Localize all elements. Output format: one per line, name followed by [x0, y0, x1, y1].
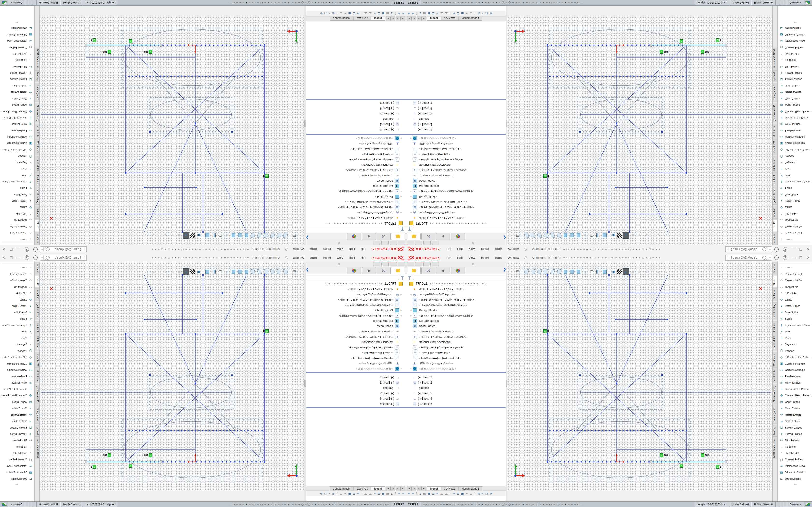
point-callout[interactable]: ⊡ 3	[716, 38, 721, 42]
tab-propertymanager[interactable]: ⎇	[421, 233, 436, 240]
view-toolbar-icon[interactable]	[263, 269, 269, 275]
mini-toolbar-button[interactable]	[415, 262, 422, 266]
graphics-area[interactable]: ▤⤓🖵▣▦⊥✎P✕A ✕ Y ≡ 109 ≡ 109 ╱	[507, 262, 772, 491]
user-account-icon[interactable]	[33, 247, 38, 251]
menu-item[interactable]: Insert	[320, 255, 334, 261]
toolbar-icon[interactable]: ┋	[474, 492, 476, 495]
status-globe-icon[interactable]	[806, 503, 811, 506]
toolbar-icon[interactable]: ≣	[432, 12, 435, 15]
toolbar-icon[interactable]: ☁	[445, 492, 448, 495]
sketch-tool-item[interactable]: ≈ Style Spline	[778, 309, 812, 316]
view-toolbar-icon[interactable]	[257, 269, 262, 275]
menu-item[interactable]: Tools	[307, 255, 320, 261]
command-tab[interactable]: Mold Tools	[773, 124, 778, 139]
toolbar-icon[interactable]: ✎	[373, 492, 376, 495]
tree-item[interactable]: ◔ ○25▲◎25ИN3Ɛ25○◦○52Ɛ3NИ52◎▲52○	[406, 200, 507, 205]
toolbar-icon[interactable]: ✎	[436, 492, 439, 495]
sketch-tool-item[interactable]: ⊏ Offset Entities	[0, 25, 34, 32]
tree-item[interactable]: A ○25ИN◎◦✚A✚◎ИNA○◦○ANИ◎✚A✚◦◎NИ52○	[406, 313, 507, 318]
toolbar-icon[interactable]: ⚑	[465, 492, 468, 495]
tab-scroll-button[interactable]: ▸	[391, 486, 395, 490]
view-toolbar-icon[interactable]	[576, 269, 581, 275]
view-toolbar-icon[interactable]	[190, 269, 195, 274]
expand-arrow-icon[interactable]	[399, 212, 403, 214]
expand-arrow-icon[interactable]	[399, 309, 403, 312]
status-globe-icon[interactable]	[806, 1, 811, 4]
tree-item[interactable]: ◨ Surface Bodies	[305, 318, 406, 324]
expand-arrow-icon[interactable]	[399, 195, 403, 198]
view-toolbar-icon[interactable]: ✕	[656, 232, 662, 238]
user-account-icon[interactable]	[774, 247, 779, 251]
expand-arrow-icon[interactable]	[409, 309, 413, 312]
tree-item[interactable]: ∟ (-) Sketch6	[406, 401, 507, 406]
sketch-tool-item[interactable]: ◝ Sketch Fillet	[778, 450, 812, 457]
view-toolbar-icon[interactable]	[543, 269, 549, 275]
sketch-tool-item[interactable]: ◇ 3 Point Center Recta...	[778, 147, 812, 153]
relation-callout-equal[interactable]: ≡ 109	[701, 453, 709, 457]
document-tab[interactable]: Model	[371, 16, 385, 20]
toolbar-icon[interactable]: ✎	[373, 12, 376, 15]
sketch-tool-item[interactable]: ◜ 3 Point Arc	[0, 211, 34, 217]
toolbar-icon[interactable]: ┋	[416, 492, 418, 495]
sketch-tool-item[interactable]: ⎔ Polygon	[0, 348, 34, 354]
command-tab[interactable]: Direct Editing	[34, 187, 39, 205]
menu-item[interactable]: Tools	[492, 246, 505, 252]
command-tab[interactable]: Features	[773, 232, 778, 245]
tree-item[interactable]: ∟ (-) Sketch2	[406, 122, 507, 127]
toolbar-icon[interactable]: ┋	[449, 492, 451, 495]
toolbar-icon[interactable]: ◱	[485, 12, 488, 15]
relation-callout-equal[interactable]: ≡ 109	[701, 50, 709, 54]
toolbar-icon[interactable]: ≣	[377, 12, 380, 15]
tree-item[interactable]: Σ ○25ИN◎◦✚AU¤3Ɛ○◦○Ɛ3¤UA✚◦◎NИ52○	[406, 334, 507, 339]
document-tab[interactable]: Model	[371, 487, 385, 491]
view-toolbar-icon[interactable]: ▣	[196, 269, 202, 275]
sketch-tool-item[interactable]: ⁙ Segment	[778, 341, 812, 348]
help-icon[interactable]: ?	[24, 256, 29, 260]
mini-toolbar-button[interactable]	[373, 241, 380, 245]
point-callout[interactable]: ⊡ 3	[91, 465, 96, 469]
tree-item[interactable]: ∟ Sketch3	[305, 116, 406, 122]
sketch-tool-item[interactable]: ⊤ Extend Entities	[778, 431, 812, 437]
sketch-tool-item[interactable]: ╱ Line	[778, 172, 812, 179]
sketch-tool-item[interactable]: ⟳ Rotate Entities	[0, 412, 34, 418]
toolbar-icon[interactable]: ≣	[353, 12, 355, 15]
view-toolbar-icon[interactable]: 🖵	[589, 269, 595, 275]
view-toolbar-icon[interactable]: P	[157, 269, 162, 275]
tree-item[interactable]: ◔ ○25▲◎25ИN3Ɛ25○◦○52Ɛ3NИ52◎▲52○	[305, 200, 406, 205]
sketch-tool-item[interactable]: ▭ Corner Rectangle	[778, 134, 812, 140]
command-tab[interactable]: Features	[34, 262, 39, 275]
menu-item[interactable]: View	[465, 246, 478, 252]
tree-item[interactable]: Design Binder	[305, 307, 406, 313]
tab-displaymanager[interactable]	[451, 233, 465, 240]
document-tab[interactable]: Motion Study 1	[329, 16, 354, 20]
minimize-button[interactable]: —	[792, 247, 795, 251]
status-units-selector[interactable]: Custom ▴	[787, 0, 804, 5]
expand-arrow-icon[interactable]	[409, 293, 413, 295]
command-tab[interactable]: Sheet Metal	[773, 334, 778, 351]
confirmation-corner-cancel-icon[interactable]: ✕	[759, 286, 763, 292]
search-dropdown-icon[interactable]: ▾	[768, 247, 772, 251]
sketch-tool-item[interactable]: ▱ Parallelogram	[0, 373, 34, 380]
mini-toolbar-button[interactable]	[423, 262, 430, 266]
toolbar-icon[interactable]: ▦	[427, 12, 430, 15]
sketch-tool-item[interactable]: ⎔ Polygon	[0, 153, 34, 160]
tree-item[interactable]: Design Binder	[305, 194, 406, 200]
sketch-tool-item[interactable]: ▩ Silhouette Entities	[778, 32, 812, 38]
view-toolbar-icon[interactable]	[521, 269, 523, 275]
tab-scroll-button[interactable]: |◂	[407, 17, 412, 21]
sketch-tool-item[interactable]: ◌ Perimeter Circle	[778, 271, 812, 277]
menu-item[interactable]: Tools	[492, 255, 505, 261]
toolbar-icon[interactable]: ◱	[485, 492, 488, 495]
sketch-tool-item[interactable]: ◻ Convert Entities	[778, 456, 812, 463]
tab-propertymanager[interactable]: ⎇	[421, 267, 436, 274]
sketch-tool-item[interactable]: ◖ Partial Ellipse	[0, 198, 34, 205]
sketch-tool-item[interactable]: ⁙ Segment	[0, 160, 34, 166]
command-tab[interactable]: Data Migration	[34, 83, 39, 102]
expand-arrow-icon[interactable]	[409, 190, 413, 193]
sketch-tool-item[interactable]: ∿ Spline	[0, 185, 34, 192]
tree-item[interactable]: ∟ (-) Sketch5	[305, 111, 406, 116]
toolbar-icon[interactable]: ┋	[394, 12, 396, 15]
command-tab[interactable]: Evaluate	[773, 321, 778, 334]
sketch-tool-item[interactable]: ◟ Fit Spline	[778, 57, 812, 64]
view-toolbar-icon[interactable]	[244, 269, 249, 275]
